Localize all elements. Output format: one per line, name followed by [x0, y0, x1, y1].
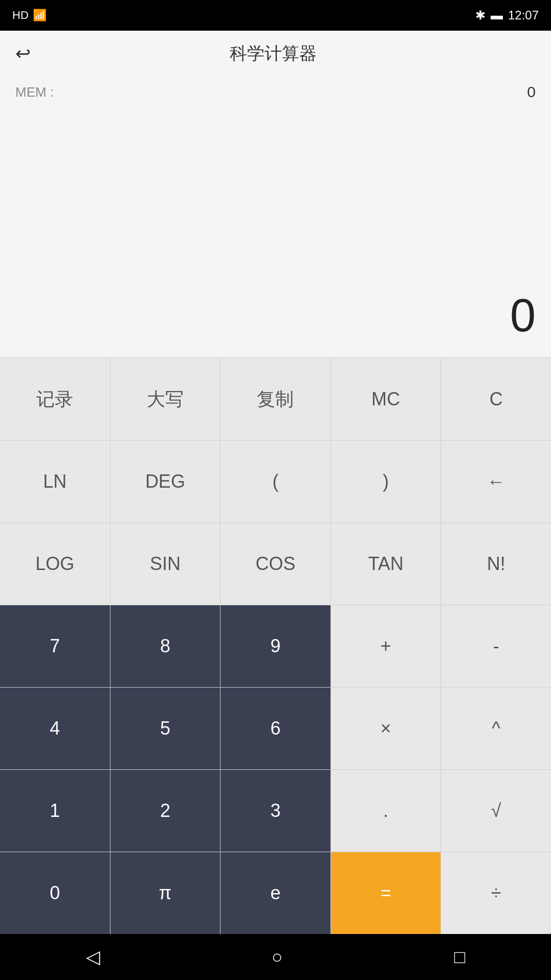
pi-btn[interactable]: π	[111, 852, 221, 934]
app-container: ↩ 科学计算器 MEM : 0 0 记录大写复制MCCLNDEG()←LOGSI…	[0, 31, 551, 934]
memory-bar: MEM : 0	[0, 77, 551, 107]
time-display: 12:07	[508, 8, 539, 22]
nav-home-button[interactable]: ○	[272, 946, 283, 968]
nav-back-button[interactable]: ◁	[86, 946, 100, 968]
right-paren-btn[interactable]: )	[331, 441, 442, 522]
bluetooth-icon: ✱	[475, 8, 486, 22]
four-btn[interactable]: 4	[0, 688, 111, 769]
keypad: 记录大写复制MCCLNDEG()←LOGSINCOSTANN!789+-456×…	[0, 357, 551, 934]
sqrt-btn[interactable]: √	[441, 770, 551, 852]
hd-icon: HD	[12, 9, 29, 22]
mc-btn[interactable]: MC	[331, 358, 442, 440]
status-left: HD 📶	[12, 9, 47, 22]
mem-label: MEM :	[15, 84, 54, 100]
sin-btn[interactable]: SIN	[111, 523, 221, 605]
keypad-row-6: 0πe=÷	[0, 852, 551, 934]
keypad-row-5: 123.√	[0, 770, 551, 852]
seven-btn[interactable]: 7	[0, 605, 111, 687]
one-btn[interactable]: 1	[0, 770, 111, 852]
five-btn[interactable]: 5	[111, 688, 221, 769]
zero-btn[interactable]: 0	[0, 852, 111, 934]
status-bar: HD 📶 ✱ ▬ 12:07	[0, 0, 551, 31]
keypad-row-3: 789+-	[0, 605, 551, 688]
six-btn[interactable]: 6	[221, 688, 331, 769]
nine-btn[interactable]: 9	[221, 605, 331, 687]
deg-btn[interactable]: DEG	[111, 441, 221, 522]
main-display: 0	[0, 107, 551, 357]
factorial-btn[interactable]: N!	[441, 523, 551, 605]
divide-btn[interactable]: ÷	[441, 852, 551, 934]
cos-btn[interactable]: COS	[221, 523, 331, 605]
display-value: 0	[510, 289, 536, 342]
clear-btn[interactable]: C	[441, 358, 551, 440]
backspace-btn[interactable]: ←	[441, 441, 551, 522]
minus-btn[interactable]: -	[441, 605, 551, 687]
status-right: ✱ ▬ 12:07	[475, 8, 539, 22]
battery-icon: ▬	[491, 8, 503, 22]
uppercase-btn[interactable]: 大写	[111, 358, 221, 440]
keypad-row-0: 记录大写复制MCC	[0, 358, 551, 441]
history-btn[interactable]: 记录	[0, 358, 111, 440]
two-btn[interactable]: 2	[111, 770, 221, 852]
copy-btn[interactable]: 复制	[221, 358, 331, 440]
back-button[interactable]: ↩	[15, 43, 31, 64]
log-btn[interactable]: LOG	[0, 523, 111, 605]
euler-btn[interactable]: e	[221, 852, 331, 934]
left-paren-btn[interactable]: (	[221, 441, 331, 522]
dot-btn[interactable]: .	[331, 770, 442, 852]
keypad-row-2: LOGSINCOSTANN!	[0, 523, 551, 605]
tan-btn[interactable]: TAN	[331, 523, 442, 605]
power-btn[interactable]: ^	[441, 688, 551, 769]
title-bar: ↩ 科学计算器	[0, 31, 551, 77]
signal-icon: 📶	[33, 9, 47, 22]
nav-recent-button[interactable]: □	[454, 946, 466, 968]
three-btn[interactable]: 3	[221, 770, 331, 852]
mem-value: 0	[527, 83, 536, 101]
keypad-row-1: LNDEG()←	[0, 441, 551, 523]
nav-bar: ◁ ○ □	[0, 934, 551, 980]
multiply-btn[interactable]: ×	[331, 688, 442, 769]
equals-btn[interactable]: =	[331, 852, 442, 934]
app-title: 科学计算器	[41, 42, 505, 65]
plus-btn[interactable]: +	[331, 605, 442, 687]
eight-btn[interactable]: 8	[111, 605, 221, 687]
keypad-row-4: 456×^	[0, 688, 551, 770]
ln-btn[interactable]: LN	[0, 441, 111, 522]
